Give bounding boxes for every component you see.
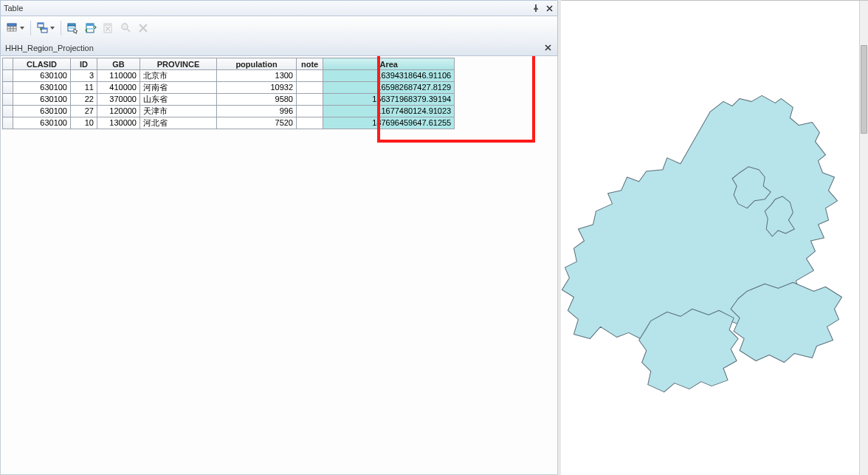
cell-id[interactable]: 3 bbox=[71, 70, 97, 82]
panel-title: Table bbox=[4, 4, 528, 13]
scrollbar-thumb[interactable] bbox=[861, 45, 867, 134]
toolbar-separator bbox=[30, 21, 31, 35]
table-row[interactable]: 63010010130000河北省7520187696459647.61255 bbox=[3, 117, 455, 129]
cell-area[interactable]: 165982687427.8129 bbox=[323, 82, 455, 94]
svg-rect-8 bbox=[38, 23, 44, 24]
col-clasid[interactable]: CLASID bbox=[13, 58, 71, 70]
row-handle[interactable] bbox=[3, 70, 13, 82]
row-handle[interactable] bbox=[3, 94, 13, 106]
col-area[interactable]: Area bbox=[323, 58, 455, 70]
svg-rect-16 bbox=[86, 28, 94, 30]
svg-rect-13 bbox=[68, 27, 75, 29]
svg-rect-5 bbox=[10, 29, 13, 31]
close-tab-icon[interactable] bbox=[542, 43, 553, 53]
switch-selection-button[interactable] bbox=[82, 20, 100, 36]
svg-rect-4 bbox=[7, 29, 10, 31]
tab-bar: HHH_Region_Projection bbox=[0, 40, 558, 56]
cell-note[interactable] bbox=[297, 82, 323, 94]
cell-id[interactable]: 27 bbox=[71, 106, 97, 117]
table-row[interactable]: 63010022370000山东省9580156371968379.39194 bbox=[3, 94, 455, 106]
cell-area[interactable]: 16394318646.91106 bbox=[323, 70, 455, 82]
table-row[interactable]: 63010027120000天津市99611677480124.91023 bbox=[3, 106, 455, 117]
cell-clasid[interactable]: 630100 bbox=[13, 117, 71, 129]
pin-icon[interactable] bbox=[531, 3, 541, 13]
cell-province[interactable]: 北京市 bbox=[140, 70, 217, 82]
cell-gb[interactable]: 370000 bbox=[97, 94, 140, 106]
chevron-down-icon bbox=[19, 20, 24, 36]
row-handle[interactable] bbox=[3, 117, 13, 129]
svg-rect-0 bbox=[7, 24, 16, 26]
cell-clasid[interactable]: 630100 bbox=[13, 82, 71, 94]
cell-clasid[interactable]: 630100 bbox=[13, 94, 71, 106]
chevron-down-icon bbox=[49, 20, 55, 36]
map-view[interactable] bbox=[561, 0, 868, 475]
cell-area[interactable]: 11677480124.91023 bbox=[323, 106, 455, 117]
cell-province[interactable]: 河北省 bbox=[140, 117, 217, 129]
svg-rect-20 bbox=[123, 24, 127, 29]
cell-area[interactable]: 187696459647.61255 bbox=[323, 117, 455, 129]
svg-rect-10 bbox=[41, 28, 47, 30]
cell-gb[interactable]: 410000 bbox=[97, 82, 140, 94]
delete-selection-button[interactable] bbox=[135, 20, 151, 36]
cell-id[interactable]: 11 bbox=[71, 82, 97, 94]
cell-province[interactable]: 山东省 bbox=[140, 94, 217, 106]
close-icon[interactable] bbox=[544, 3, 554, 13]
svg-rect-18 bbox=[104, 24, 111, 26]
toolbar-separator bbox=[61, 21, 61, 35]
cell-population[interactable]: 10932 bbox=[217, 82, 297, 94]
cell-clasid[interactable]: 630100 bbox=[13, 106, 71, 117]
col-note[interactable]: note bbox=[297, 58, 323, 70]
cell-id[interactable]: 10 bbox=[71, 117, 97, 129]
attribute-table[interactable]: CLASID ID GB PROVINCE population note Ar… bbox=[2, 58, 455, 129]
tab-label[interactable]: HHH_Region_Projection bbox=[5, 44, 540, 52]
cell-gb[interactable]: 120000 bbox=[97, 106, 140, 117]
cell-note[interactable] bbox=[297, 70, 323, 82]
col-population[interactable]: population bbox=[217, 58, 297, 70]
cell-population[interactable]: 9580 bbox=[217, 94, 297, 106]
cell-gb[interactable]: 110000 bbox=[97, 70, 140, 82]
row-handle[interactable] bbox=[3, 106, 13, 117]
col-gb[interactable]: GB bbox=[97, 58, 140, 70]
cell-clasid[interactable]: 630100 bbox=[13, 70, 71, 82]
table-options-button[interactable] bbox=[4, 20, 27, 36]
cell-population[interactable]: 7520 bbox=[217, 117, 297, 129]
svg-rect-15 bbox=[86, 24, 94, 26]
cell-gb[interactable]: 130000 bbox=[97, 117, 140, 129]
cell-population[interactable]: 1300 bbox=[217, 70, 297, 82]
col-id[interactable]: ID bbox=[71, 58, 97, 70]
map-svg bbox=[561, 1, 859, 475]
cell-id[interactable]: 22 bbox=[71, 94, 97, 106]
svg-rect-6 bbox=[13, 29, 16, 31]
table-row[interactable]: 6301003110000北京市130016394318646.91106 bbox=[3, 70, 455, 82]
cell-note[interactable] bbox=[297, 117, 323, 129]
clear-selection-button[interactable] bbox=[100, 20, 117, 36]
row-handle[interactable] bbox=[3, 82, 13, 94]
cell-note[interactable] bbox=[297, 94, 323, 106]
col-province[interactable]: PROVINCE bbox=[140, 58, 217, 70]
table-grid-area: CLASID ID GB PROVINCE population note Ar… bbox=[0, 56, 558, 475]
header-row: CLASID ID GB PROVINCE population note Ar… bbox=[3, 58, 455, 70]
row-header-col[interactable] bbox=[3, 58, 13, 70]
cell-area[interactable]: 156371968379.39194 bbox=[323, 94, 455, 106]
select-by-attributes-button[interactable] bbox=[64, 20, 82, 36]
cell-population[interactable]: 996 bbox=[217, 106, 297, 117]
related-tables-button[interactable] bbox=[34, 20, 58, 36]
table-toolbar bbox=[0, 16, 558, 40]
panel-title-bar: Table bbox=[0, 0, 558, 16]
table-row[interactable]: 63010011410000河南省10932165982687427.8129 bbox=[3, 82, 455, 94]
cell-province[interactable]: 天津市 bbox=[140, 106, 217, 117]
map-canvas[interactable] bbox=[561, 1, 859, 475]
table-panel: Table bbox=[0, 0, 561, 475]
zoom-selection-button[interactable] bbox=[117, 20, 135, 36]
region-shandong[interactable] bbox=[731, 282, 841, 362]
cell-note[interactable] bbox=[297, 106, 323, 117]
cell-province[interactable]: 河南省 bbox=[140, 82, 217, 94]
region-henan[interactable] bbox=[639, 309, 738, 392]
vertical-scrollbar[interactable] bbox=[859, 1, 868, 475]
